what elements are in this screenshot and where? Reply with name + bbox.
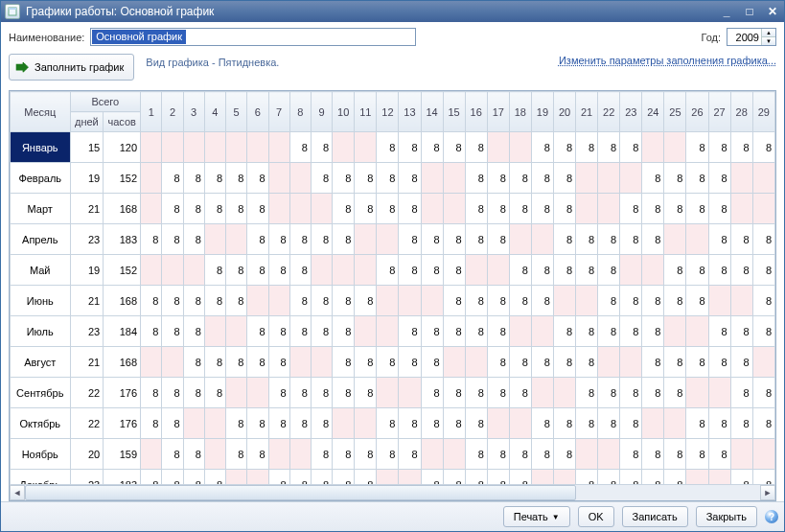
day-cell[interactable]: 8 xyxy=(421,470,443,485)
day-cell[interactable]: 8 xyxy=(620,408,642,439)
day-cell[interactable] xyxy=(226,132,247,163)
day-cell[interactable]: 8 xyxy=(289,132,311,163)
day-cell[interactable] xyxy=(141,132,162,163)
day-cell[interactable]: 8 xyxy=(487,378,509,408)
column-header[interactable]: 18 xyxy=(509,92,531,132)
day-cell[interactable]: 8 xyxy=(141,224,162,255)
day-cell[interactable] xyxy=(686,470,708,485)
hours-cell[interactable]: 152 xyxy=(104,255,141,286)
day-cell[interactable]: 8 xyxy=(598,224,620,255)
day-cell[interactable]: 8 xyxy=(443,378,465,408)
day-cell[interactable]: 8 xyxy=(247,439,268,470)
day-cell[interactable] xyxy=(311,255,332,286)
day-cell[interactable]: 8 xyxy=(443,470,465,485)
day-cell[interactable]: 8 xyxy=(598,132,620,163)
day-cell[interactable]: 8 xyxy=(576,470,598,485)
hours-cell[interactable]: 159 xyxy=(104,439,141,470)
day-cell[interactable]: 8 xyxy=(183,347,204,378)
year-spin-down[interactable]: ▼ xyxy=(762,36,775,45)
day-cell[interactable] xyxy=(247,378,268,408)
year-input[interactable]: 2009 ▲ ▼ xyxy=(727,28,776,46)
day-cell[interactable]: 8 xyxy=(642,316,664,347)
month-cell[interactable]: Март xyxy=(11,194,71,224)
day-cell[interactable]: 8 xyxy=(355,286,377,316)
column-header[interactable]: 7 xyxy=(268,92,289,132)
day-cell[interactable]: 8 xyxy=(311,408,332,439)
grid-scroll[interactable]: МесяцВсего123456789101112131415161718192… xyxy=(10,91,775,484)
day-cell[interactable]: 8 xyxy=(531,132,553,163)
day-cell[interactable] xyxy=(730,194,752,224)
day-cell[interactable]: 8 xyxy=(531,163,553,194)
day-cell[interactable]: 8 xyxy=(531,255,553,286)
day-cell[interactable] xyxy=(576,194,598,224)
day-cell[interactable]: 8 xyxy=(730,408,752,439)
month-cell[interactable]: Январь xyxy=(11,132,71,163)
day-cell[interactable]: 8 xyxy=(141,316,162,347)
day-cell[interactable] xyxy=(509,224,531,255)
day-cell[interactable]: 8 xyxy=(509,347,531,378)
hours-cell[interactable]: 176 xyxy=(104,378,141,408)
day-cell[interactable]: 8 xyxy=(399,255,421,286)
day-cell[interactable]: 8 xyxy=(730,470,752,485)
day-cell[interactable]: 8 xyxy=(686,408,708,439)
day-cell[interactable]: 8 xyxy=(141,378,162,408)
table-row[interactable]: Февраль191528888888888888888888 xyxy=(11,163,775,194)
save-button[interactable]: Записать xyxy=(622,506,688,527)
day-cell[interactable]: 8 xyxy=(162,286,183,316)
day-cell[interactable] xyxy=(752,347,774,378)
column-header[interactable]: 2 xyxy=(162,92,183,132)
day-cell[interactable]: 8 xyxy=(141,286,162,316)
day-cell[interactable] xyxy=(664,408,686,439)
day-cell[interactable]: 8 xyxy=(311,378,332,408)
day-cell[interactable] xyxy=(531,224,553,255)
day-cell[interactable]: 8 xyxy=(465,194,487,224)
day-cell[interactable]: 8 xyxy=(443,255,465,286)
day-cell[interactable] xyxy=(355,408,377,439)
day-cell[interactable]: 8 xyxy=(553,132,575,163)
day-cell[interactable] xyxy=(204,224,225,255)
day-cell[interactable] xyxy=(664,316,686,347)
day-cell[interactable]: 8 xyxy=(531,439,553,470)
day-cell[interactable]: 8 xyxy=(664,286,686,316)
day-cell[interactable]: 8 xyxy=(162,316,183,347)
month-cell[interactable]: Февраль xyxy=(11,163,71,194)
day-cell[interactable] xyxy=(531,470,553,485)
day-cell[interactable]: 8 xyxy=(509,286,531,316)
day-cell[interactable] xyxy=(686,378,708,408)
day-cell[interactable] xyxy=(333,132,355,163)
day-cell[interactable]: 8 xyxy=(509,439,531,470)
days-cell[interactable]: 22 xyxy=(70,408,104,439)
day-cell[interactable]: 8 xyxy=(642,224,664,255)
fill-schedule-button[interactable]: 🡆 Заполнить график xyxy=(9,54,134,81)
day-cell[interactable] xyxy=(421,439,443,470)
column-header[interactable]: 28 xyxy=(730,92,752,132)
day-cell[interactable] xyxy=(487,255,509,286)
day-cell[interactable]: 8 xyxy=(268,255,289,286)
day-cell[interactable]: 8 xyxy=(598,378,620,408)
day-cell[interactable]: 8 xyxy=(642,470,664,485)
day-cell[interactable]: 8 xyxy=(487,470,509,485)
column-header[interactable]: 25 xyxy=(664,92,686,132)
day-cell[interactable] xyxy=(421,163,443,194)
day-cell[interactable] xyxy=(141,163,162,194)
scroll-thumb[interactable] xyxy=(25,485,576,500)
day-cell[interactable] xyxy=(576,439,598,470)
column-header[interactable]: 24 xyxy=(642,92,664,132)
day-cell[interactable] xyxy=(183,132,204,163)
day-cell[interactable]: 8 xyxy=(708,194,730,224)
day-cell[interactable] xyxy=(752,439,774,470)
month-cell[interactable]: Август xyxy=(11,347,71,378)
day-cell[interactable]: 8 xyxy=(642,163,664,194)
day-cell[interactable]: 8 xyxy=(311,286,332,316)
day-cell[interactable]: 8 xyxy=(553,163,575,194)
day-cell[interactable]: 8 xyxy=(487,224,509,255)
column-header[interactable]: 1 xyxy=(141,92,162,132)
day-cell[interactable] xyxy=(311,194,332,224)
day-cell[interactable]: 8 xyxy=(183,163,204,194)
ok-button[interactable]: OK xyxy=(578,506,614,527)
day-cell[interactable] xyxy=(268,132,289,163)
column-header[interactable]: 16 xyxy=(465,92,487,132)
month-cell[interactable]: Июнь xyxy=(11,286,71,316)
day-cell[interactable]: 8 xyxy=(531,347,553,378)
day-cell[interactable] xyxy=(399,286,421,316)
